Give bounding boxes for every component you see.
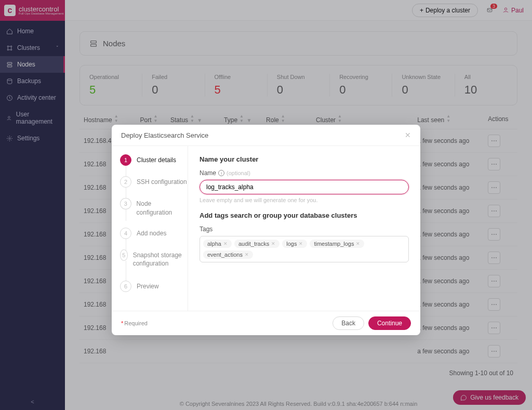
- info-icon[interactable]: i: [218, 170, 224, 176]
- section-tags: Add tags search or group your database c…: [200, 211, 409, 219]
- modal-mask[interactable]: Deploy Elasticsearch Service ✕ 1Cluster …: [0, 0, 532, 410]
- section-name-cluster: Name your cluster: [200, 155, 409, 163]
- wizard-step-1[interactable]: 1Cluster details: [120, 154, 188, 166]
- name-helper: Leave empty and we will generate one for…: [200, 197, 409, 203]
- tag-remove-icon[interactable]: ✕: [356, 241, 360, 246]
- continue-button[interactable]: Continue: [368, 316, 411, 330]
- name-field-label: Name i (optional): [200, 169, 409, 177]
- step-number-icon: 2: [120, 176, 131, 188]
- modal-footer: * Required Back Continue: [112, 311, 420, 335]
- deploy-modal: Deploy Elasticsearch Service ✕ 1Cluster …: [112, 125, 420, 335]
- wizard-step-3[interactable]: 3Node configuration: [120, 198, 188, 217]
- tag-audit_tracks: audit_tracks✕: [234, 240, 280, 248]
- close-icon[interactable]: ✕: [405, 131, 411, 139]
- step-label: Snapshot storage configuration: [133, 249, 188, 269]
- step-number-icon: 6: [120, 281, 131, 292]
- step-label: Add nodes: [137, 228, 166, 238]
- tag-remove-icon[interactable]: ✕: [299, 241, 303, 246]
- tag-timestamp_logs: timestamp_logs✕: [310, 240, 364, 248]
- cluster-name-input[interactable]: [200, 180, 409, 194]
- step-number-icon: 1: [120, 154, 131, 166]
- form-pane: Name your cluster Name i (optional) Leav…: [188, 146, 420, 311]
- step-label: Preview: [137, 281, 159, 291]
- step-label: SSH configuration: [137, 176, 187, 187]
- step-number-icon: 5: [120, 249, 128, 261]
- step-label: Cluster details: [137, 154, 176, 165]
- wizard-steps: 1Cluster details2SSH configuration3Node …: [112, 146, 188, 311]
- tags-field-label: Tags: [200, 226, 409, 233]
- wizard-step-6[interactable]: 6Preview: [120, 281, 188, 292]
- required-label: Required: [124, 320, 148, 326]
- tag-alpha: alpha✕: [203, 240, 232, 248]
- tag-remove-icon[interactable]: ✕: [223, 241, 228, 246]
- tag-logs: logs✕: [282, 240, 307, 248]
- wizard-step-5[interactable]: 5Snapshot storage configuration: [120, 249, 188, 269]
- step-label: Node configuration: [137, 198, 188, 217]
- step-number-icon: 4: [120, 228, 131, 239]
- wizard-step-2[interactable]: 2SSH configuration: [120, 176, 188, 188]
- tag-remove-icon[interactable]: ✕: [245, 252, 249, 257]
- modal-title: Deploy Elasticsearch Service: [121, 131, 405, 139]
- modal-header: Deploy Elasticsearch Service ✕: [112, 125, 420, 146]
- wizard-step-4[interactable]: 4Add nodes: [120, 228, 188, 239]
- back-button[interactable]: Back: [332, 316, 364, 330]
- tag-remove-icon[interactable]: ✕: [271, 241, 275, 246]
- step-number-icon: 3: [120, 198, 131, 209]
- tags-input[interactable]: alpha✕audit_tracks✕logs✕timestamp_logs✕e…: [200, 236, 409, 262]
- tag-event_actions: event_actions✕: [203, 250, 253, 259]
- required-asterisk: *: [121, 320, 123, 326]
